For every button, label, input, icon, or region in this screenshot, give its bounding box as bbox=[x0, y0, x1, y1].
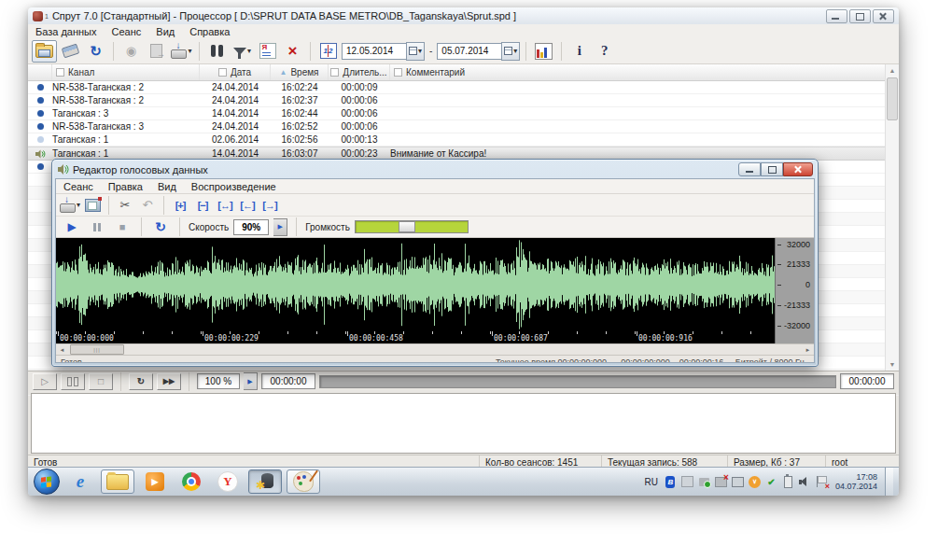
scroll-down-button[interactable]: ▼ bbox=[889, 358, 896, 371]
menu-item-вид[interactable]: Вид bbox=[148, 26, 182, 37]
sort-button[interactable]: Я bbox=[256, 41, 279, 62]
taskbar-paint-button[interactable] bbox=[287, 469, 320, 494]
usb-eject-icon[interactable] bbox=[698, 476, 710, 488]
scroll-right-arrow[interactable]: ► bbox=[802, 344, 814, 355]
export-button[interactable]: ▾ bbox=[170, 41, 193, 62]
scroll-left-button[interactable]: [←] bbox=[237, 196, 258, 214]
editor-speed-spinner[interactable]: ▶ bbox=[273, 218, 287, 236]
taskbar-chrome-button[interactable] bbox=[175, 470, 207, 493]
editor-minimize-button[interactable] bbox=[738, 162, 761, 176]
taskbar-media-player-button[interactable]: ▶ bbox=[139, 470, 171, 493]
bluetooth-icon[interactable]: B bbox=[665, 476, 677, 488]
taskbar-ie-button[interactable]: e bbox=[64, 470, 96, 493]
delete-button[interactable]: × bbox=[281, 41, 304, 62]
language-indicator[interactable]: RU bbox=[643, 477, 660, 487]
editor-close-button[interactable] bbox=[783, 162, 813, 176]
column-header-2[interactable]: ▲Время bbox=[271, 64, 329, 80]
table-row[interactable]: NR-538-Таганская : 224.04.201416:02:3700… bbox=[28, 94, 899, 107]
editor-speed-value[interactable]: 90% bbox=[233, 219, 269, 235]
clock[interactable]: 17:08 04.07.2014 bbox=[833, 472, 880, 491]
playback-progress-bar[interactable] bbox=[319, 375, 836, 388]
table-row[interactable]: NR-538-Таганская : 324.04.201416:02:5200… bbox=[28, 120, 899, 133]
date-from-field[interactable]: 12.05.2014 bbox=[342, 43, 406, 60]
scrollbar-thumb[interactable] bbox=[887, 77, 898, 120]
editor-pause-button[interactable] bbox=[87, 218, 107, 236]
close-button[interactable] bbox=[873, 9, 894, 23]
speed-spinner-button[interactable]: ▶ bbox=[244, 372, 258, 390]
pause-button[interactable] bbox=[61, 373, 85, 390]
stop-button[interactable]: □ bbox=[89, 373, 113, 390]
open-database-button[interactable] bbox=[32, 40, 57, 63]
info-button[interactable]: i bbox=[567, 41, 591, 62]
taskbar-sprut-button[interactable]: ✱ bbox=[248, 469, 282, 494]
app-tray-icon[interactable] bbox=[681, 476, 693, 488]
action-center-icon[interactable] bbox=[816, 476, 828, 488]
chart-columns-button[interactable] bbox=[532, 41, 555, 62]
editor-horizontal-scrollbar[interactable]: ◄ ||| ► bbox=[56, 343, 814, 355]
comment-panel[interactable] bbox=[31, 393, 896, 454]
column-header-1[interactable]: Дата bbox=[200, 64, 271, 80]
taskbar-explorer-button[interactable] bbox=[101, 469, 134, 494]
zoom-fit-button[interactable]: [↔] bbox=[215, 196, 235, 214]
date-filter-button[interactable]: 12 bbox=[316, 41, 340, 62]
scroll-left-arrow[interactable]: ◄ bbox=[56, 344, 68, 355]
scroll-right-button[interactable]: [→] bbox=[259, 196, 280, 214]
column-header-4[interactable]: Комментарий bbox=[390, 64, 899, 80]
speed-value[interactable]: 100 % bbox=[197, 373, 240, 389]
column-header-0[interactable]: Канал bbox=[52, 64, 200, 80]
loop-button[interactable]: ↻ bbox=[129, 373, 153, 390]
volume-slider[interactable] bbox=[355, 220, 469, 233]
zoom-in-button[interactable]: [+] bbox=[170, 196, 190, 214]
export-caret-icon[interactable]: ▾ bbox=[77, 201, 80, 209]
header-checkbox[interactable] bbox=[330, 68, 339, 77]
date-from-dropdown[interactable]: ▾ bbox=[406, 42, 425, 61]
taskbar-yandex-button[interactable]: Y bbox=[212, 470, 244, 493]
clear-button[interactable] bbox=[59, 41, 82, 62]
editor-loop-button[interactable]: ↻ bbox=[150, 218, 171, 236]
editor-stop-button[interactable]: ■ bbox=[112, 218, 133, 236]
table-row[interactable]: Таганская : 102.06.201416:02:5600:00:13 bbox=[28, 133, 899, 147]
cut-button[interactable]: ✂ bbox=[115, 196, 135, 214]
minimize-button[interactable] bbox=[826, 9, 847, 23]
help-button[interactable]: ? bbox=[593, 41, 616, 62]
search-button[interactable] bbox=[205, 41, 229, 62]
show-desktop-button[interactable] bbox=[885, 468, 893, 496]
menu-item-воспроизведение[interactable]: Воспроизведение bbox=[184, 181, 284, 192]
fast-forward-button[interactable]: ▶▶ bbox=[157, 373, 181, 390]
header-checkbox[interactable] bbox=[56, 68, 64, 77]
column-header-3[interactable]: Длитель... bbox=[329, 64, 390, 80]
antivirus-icon[interactable]: ✔ bbox=[765, 476, 777, 488]
editor-play-button[interactable]: ▶ bbox=[62, 218, 82, 236]
header-checkbox[interactable] bbox=[394, 68, 402, 77]
start-button[interactable] bbox=[34, 469, 60, 495]
volume-icon[interactable] bbox=[799, 476, 811, 488]
menu-item-справка[interactable]: Справка bbox=[182, 26, 237, 37]
filter-button[interactable]: ▾ bbox=[231, 41, 254, 62]
date-to-dropdown[interactable]: ▾ bbox=[501, 42, 520, 61]
table-row[interactable]: NR-538-Таганская : 224.04.201416:02:2400… bbox=[28, 81, 899, 94]
date-to-field[interactable]: 05.07.2014 bbox=[437, 43, 501, 60]
network-error-icon[interactable] bbox=[715, 476, 727, 488]
scroll-up-button[interactable]: ▲ bbox=[889, 64, 896, 77]
scrollbar-thumb[interactable]: ||| bbox=[70, 344, 124, 355]
menu-item-вид[interactable]: Вид bbox=[150, 181, 184, 192]
table-row[interactable]: Таганская : 314.04.201416:02:4400:00:06 bbox=[28, 107, 899, 120]
maximize-button[interactable] bbox=[849, 9, 871, 23]
battery-icon[interactable] bbox=[782, 476, 794, 488]
filter-caret-icon[interactable]: ▾ bbox=[247, 47, 251, 55]
menu-item-сеанс[interactable]: Сеанс bbox=[56, 181, 101, 192]
hidden-icons-button[interactable]: ∨ bbox=[749, 476, 761, 488]
menu-item-база-данных[interactable]: База данных bbox=[28, 26, 105, 37]
table-vertical-scrollbar[interactable]: ▲ ▼ bbox=[885, 64, 899, 371]
editor-export-button[interactable]: ▾ bbox=[60, 196, 80, 214]
zoom-out-button[interactable]: [−] bbox=[192, 196, 213, 214]
waveform-display[interactable]: 00:00:00:00000:00:00:22900:00:00:45800:0… bbox=[56, 238, 775, 343]
session-card-button[interactable] bbox=[82, 196, 103, 214]
header-checkbox[interactable] bbox=[218, 68, 227, 77]
volume-slider-thumb[interactable] bbox=[399, 221, 415, 232]
display-icon[interactable] bbox=[732, 476, 744, 488]
menu-item-правка[interactable]: Правка bbox=[101, 181, 150, 192]
refresh-button[interactable]: ↻ bbox=[84, 41, 107, 62]
menu-item-сеанс[interactable]: Сеанс bbox=[105, 26, 149, 37]
editor-maximize-button[interactable] bbox=[761, 162, 783, 176]
